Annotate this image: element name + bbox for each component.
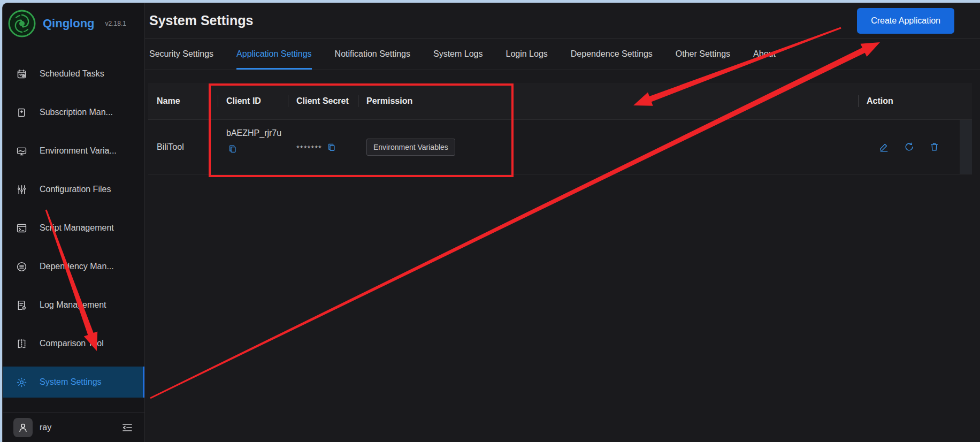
edit-icon[interactable] xyxy=(879,142,889,152)
sidebar-item-label: Scheduled Tasks xyxy=(40,69,104,79)
sliders-icon xyxy=(16,184,27,195)
sidebar-item-label: Environment Varia... xyxy=(40,146,117,156)
table-row: BiliTool bAEZHP_rjr7u ******* xyxy=(148,120,972,174)
client-id-value: bAEZHP_rjr7u xyxy=(226,127,288,139)
sidebar-item-label: Comparison Tool xyxy=(40,339,104,348)
app-window: Qinglong v2.18.1 Scheduled Tasks Subscri… xyxy=(2,3,980,442)
sidebar-item-log-management[interactable]: Log Management xyxy=(3,293,144,317)
app-logo-row[interactable]: Qinglong v2.18.1 xyxy=(3,3,144,37)
app-version: v2.18.1 xyxy=(105,20,126,27)
delete-icon[interactable] xyxy=(929,142,939,152)
sidebar-item-subscription-management[interactable]: Subscription Man... xyxy=(3,101,144,124)
cell-actions xyxy=(858,120,960,174)
compare-icon xyxy=(16,338,27,349)
copy-client-id-icon[interactable] xyxy=(228,144,238,154)
client-secret-masked: ******* xyxy=(296,141,322,153)
cell-client-id: bAEZHP_rjr7u xyxy=(218,120,288,174)
column-header-name: Name xyxy=(148,83,218,119)
tab-dependence-settings[interactable]: Dependence Settings xyxy=(571,39,653,70)
screenshot-frame: Qinglong v2.18.1 Scheduled Tasks Subscri… xyxy=(0,0,980,442)
sidebar-item-label: System Settings xyxy=(40,377,102,387)
sidebar-item-label: Log Management xyxy=(40,300,106,310)
page-title: System Settings xyxy=(149,13,254,28)
cell-client-secret: ******* xyxy=(288,120,358,174)
permission-tag: Environment Variables xyxy=(366,139,455,156)
sidebar-item-scheduled-tasks[interactable]: Scheduled Tasks xyxy=(3,62,144,86)
sidebar-item-script-management[interactable]: Script Management xyxy=(3,216,144,240)
sidebar-item-configuration-files[interactable]: Configuration Files xyxy=(3,178,144,201)
tab-notification-settings[interactable]: Notification Settings xyxy=(335,39,410,70)
copy-client-secret-icon[interactable] xyxy=(327,142,336,152)
sidebar-item-label: Script Management xyxy=(40,223,114,233)
tab-about[interactable]: About xyxy=(753,39,776,70)
log-file-icon xyxy=(16,300,27,311)
column-header-client-secret: Client Secret xyxy=(288,83,358,119)
page-header: System Settings Create Application xyxy=(145,3,980,39)
sidebar-item-system-settings[interactable]: System Settings xyxy=(3,367,144,398)
app-name: Qinglong xyxy=(43,17,95,31)
column-header-action: Action xyxy=(858,83,960,119)
monitor-icon xyxy=(16,146,27,157)
menu-fold-icon[interactable] xyxy=(121,421,134,434)
table-header-row: Name Client ID Client Secret Permission … xyxy=(148,83,972,120)
column-header-client-id: Client ID xyxy=(218,83,288,119)
tab-system-logs[interactable]: System Logs xyxy=(433,39,483,70)
user-avatar xyxy=(13,418,33,437)
subscription-icon xyxy=(16,107,27,118)
reload-icon[interactable] xyxy=(904,142,914,152)
table-header-gutter xyxy=(960,83,972,119)
dependency-icon xyxy=(16,261,27,272)
terminal-icon xyxy=(16,223,27,234)
create-application-button[interactable]: Create Application xyxy=(857,8,954,34)
sidebar-item-label: Dependency Man... xyxy=(40,262,114,271)
tab-login-logs[interactable]: Login Logs xyxy=(506,39,547,70)
qinglong-logo-icon xyxy=(8,10,36,37)
sidebar-item-dependency-management[interactable]: Dependency Man... xyxy=(3,255,144,278)
cell-permission: Environment Variables xyxy=(358,120,858,174)
tab-bar: Security Settings Application Settings N… xyxy=(145,39,980,70)
column-header-permission: Permission xyxy=(358,83,858,119)
sidebar-user-section: ray xyxy=(3,413,144,442)
username: ray xyxy=(40,423,51,432)
tab-application-settings[interactable]: Application Settings xyxy=(236,39,312,70)
calendar-tasks-icon xyxy=(16,68,27,80)
user-icon xyxy=(17,422,29,433)
sidebar-item-label: Subscription Man... xyxy=(40,108,113,117)
sidebar-menu: Scheduled Tasks Subscription Man... Envi… xyxy=(3,62,144,398)
sidebar-item-label: Configuration Files xyxy=(40,185,111,194)
gear-icon xyxy=(16,377,27,388)
cell-app-name: BiliTool xyxy=(148,120,218,174)
applications-table: Name Client ID Client Secret Permission … xyxy=(148,83,972,174)
sidebar-item-comparison-tool[interactable]: Comparison Tool xyxy=(3,332,144,355)
sidebar: Qinglong v2.18.1 Scheduled Tasks Subscri… xyxy=(3,3,145,442)
tab-security-settings[interactable]: Security Settings xyxy=(149,39,213,70)
tab-other-settings[interactable]: Other Settings xyxy=(676,39,730,70)
sidebar-item-environment-variables[interactable]: Environment Varia... xyxy=(3,139,144,163)
tab-panel-application-settings: Name Client ID Client Secret Permission … xyxy=(145,70,980,174)
table-scrollbar-gutter xyxy=(960,120,972,174)
main-content: System Settings Create Application Secur… xyxy=(145,3,980,442)
